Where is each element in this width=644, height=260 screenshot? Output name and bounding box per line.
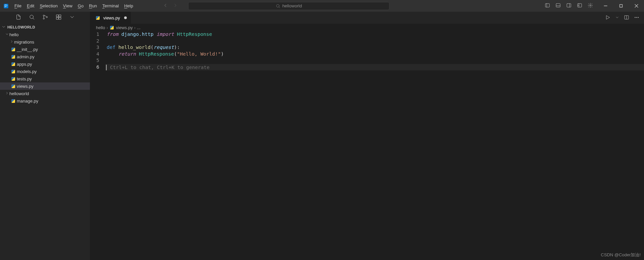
code-line[interactable]: return HttpResponse("Hello, World!") (105, 51, 644, 58)
close-icon[interactable] (629, 0, 644, 12)
svg-rect-7 (620, 5, 622, 7)
explorer-sidebar: HELLOWORLD hello migrations __init__.py … (0, 12, 90, 260)
svg-point-6 (590, 5, 591, 6)
app-icon (0, 3, 12, 9)
svg-point-19 (638, 17, 639, 18)
breadcrumb-part[interactable]: hello (96, 25, 105, 30)
split-editor-icon[interactable] (624, 15, 629, 21)
tab-label: views.py (103, 15, 120, 20)
inline-hint: Ctrl+L to chat, Ctrl+K to generate (107, 65, 210, 70)
file-manage[interactable]: manage.py (0, 97, 90, 105)
chevron-right-icon (9, 40, 14, 45)
python-file-icon (9, 62, 17, 66)
code-line[interactable] (105, 57, 644, 64)
nav-back-icon[interactable] (163, 3, 168, 9)
folder-helloworld[interactable]: helloworld (0, 90, 90, 97)
search-icon[interactable] (29, 14, 35, 21)
maximize-icon[interactable] (613, 0, 629, 12)
code-lines[interactable]: from django.http import HttpResponse def… (105, 31, 644, 70)
file-tests[interactable]: tests.py (0, 75, 90, 82)
folder-hello[interactable]: hello (0, 31, 90, 38)
menu-run[interactable]: Run (86, 0, 100, 12)
code-line[interactable]: def hello_world(request): (105, 44, 644, 51)
tree-label: admin.py (17, 54, 35, 59)
editor-actions (600, 12, 644, 24)
settings-gear-icon[interactable] (588, 3, 593, 9)
folder-migrations[interactable]: migrations (0, 38, 90, 46)
source-control-icon[interactable] (42, 14, 48, 21)
python-file-icon (9, 48, 17, 51)
file-tree: hello migrations __init__.py admin.py ap… (0, 31, 90, 105)
extensions-icon[interactable] (56, 14, 62, 21)
explorer-actions (0, 12, 90, 23)
file-views[interactable]: views.py (0, 82, 90, 90)
section-label: HELLOWORLD (7, 25, 35, 29)
python-file-icon (9, 99, 17, 103)
toggle-panel-icon[interactable] (555, 3, 561, 9)
menu-edit[interactable]: Edit (24, 0, 37, 12)
menu-help[interactable]: Help (121, 0, 136, 12)
editor-area: views.py hello › views.py › ... 1 2 3 (90, 12, 644, 260)
chevron-right-icon: › (106, 25, 108, 30)
more-icon[interactable] (634, 15, 639, 21)
command-center[interactable]: helloworld (188, 2, 389, 10)
line-number: 1 (90, 31, 99, 38)
tree-label: __init__.py (17, 47, 38, 52)
svg-rect-15 (59, 17, 61, 19)
python-file-icon (9, 84, 17, 88)
line-number: 5 (90, 57, 99, 64)
layout-icons (540, 3, 598, 9)
code-editor[interactable]: 1 2 3 4 5 6 from django.http import Http… (90, 31, 644, 70)
minimize-icon[interactable] (598, 0, 613, 12)
python-file-icon (109, 26, 115, 29)
tree-label: manage.py (17, 99, 38, 104)
svg-rect-0 (4, 4, 8, 8)
chevron-down-icon[interactable] (615, 15, 619, 20)
svg-rect-2 (545, 4, 549, 7)
breadcrumbs[interactable]: hello › views.py › ... (90, 24, 644, 31)
python-file-icon (94, 16, 101, 20)
breadcrumb-part[interactable]: views.py (116, 25, 133, 30)
dirty-indicator-icon (124, 16, 127, 19)
line-number: 6 (90, 64, 99, 71)
tabs: views.py (90, 12, 644, 24)
file-models[interactable]: models.py (0, 68, 90, 75)
menu-go[interactable]: Go (75, 0, 86, 12)
python-file-icon (9, 70, 17, 73)
breadcrumb-part[interactable]: ... (137, 25, 141, 30)
customize-layout-icon[interactable] (577, 3, 582, 9)
search-text: helloworld (282, 3, 302, 8)
tree-label: views.py (17, 84, 34, 89)
nav-arrows (156, 3, 185, 9)
new-file-icon[interactable] (15, 14, 21, 21)
gutter: 1 2 3 4 5 6 (90, 31, 105, 70)
window-controls (598, 0, 644, 12)
menu-terminal[interactable]: Terminal (100, 0, 121, 12)
svg-rect-13 (59, 15, 61, 17)
tree-label: tests.py (17, 76, 32, 81)
code-line-current[interactable]: Ctrl+L to chat, Ctrl+K to generate (105, 64, 644, 71)
menubar: File Edit Selection View Go Run Terminal… (12, 0, 136, 12)
watermark: CSDN @Coder加油! (601, 252, 641, 258)
run-icon[interactable] (605, 15, 610, 21)
menu-file[interactable]: File (12, 0, 24, 12)
code-line[interactable]: from django.http import HttpResponse (105, 31, 644, 38)
file-admin[interactable]: admin.py (0, 53, 90, 60)
menu-selection[interactable]: Selection (37, 0, 60, 12)
svg-rect-4 (567, 4, 571, 7)
code-line[interactable] (105, 38, 644, 45)
file-apps[interactable]: apps.py (0, 60, 90, 68)
toggle-primary-sidebar-icon[interactable] (545, 3, 550, 9)
explorer-section-title[interactable]: HELLOWORLD (0, 23, 90, 31)
toggle-secondary-sidebar-icon[interactable] (566, 3, 572, 9)
nav-forward-icon[interactable] (173, 3, 178, 9)
chevron-right-icon (5, 91, 9, 96)
line-number: 3 (90, 44, 99, 51)
file-init[interactable]: __init__.py (0, 46, 90, 53)
titlebar: File Edit Selection View Go Run Terminal… (0, 0, 644, 12)
python-file-icon (9, 77, 17, 81)
chevron-down-icon[interactable] (69, 14, 75, 21)
line-number: 2 (90, 38, 99, 45)
menu-view[interactable]: View (60, 0, 75, 12)
tab-views[interactable]: views.py (90, 12, 131, 24)
